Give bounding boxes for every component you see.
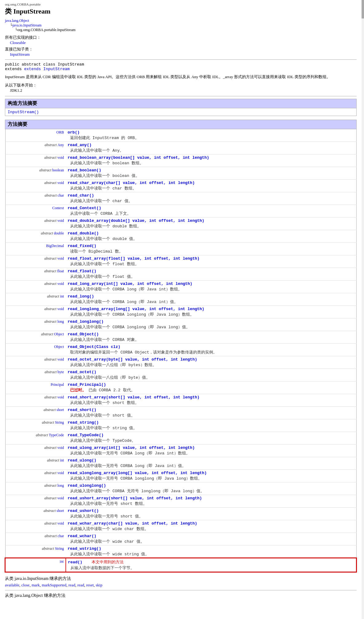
return-keyword: abstract: [44, 269, 57, 273]
extends-link[interactable]: extends InputStream: [24, 67, 69, 71]
method-description: 从此输入流中读取一个 CORBA long（即 Java int）值。: [70, 299, 354, 305]
method-link[interactable]: read_double(): [68, 231, 99, 236]
return-type-text: void: [57, 282, 64, 286]
subclasses-label: 直接已知子类： InputStream: [5, 46, 357, 57]
return-type-text: void: [57, 181, 64, 185]
return-type-link[interactable]: Context: [52, 206, 64, 210]
method-link[interactable]: read_float(): [68, 269, 97, 274]
method-cell: orb()返回创建此 InputStream 的 ORB。: [66, 129, 356, 142]
method-link[interactable]: read_octet_array(byte[] value, int offse…: [68, 357, 197, 362]
method-link[interactable]: read_TypeCode(): [68, 433, 104, 437]
return-type-link[interactable]: BigDecimal: [46, 244, 64, 248]
return-type-cell: abstract void: [5, 469, 66, 482]
method-cell: read_ulonglong()从此输入流中读取一个 CORBA 无符号 lon…: [66, 482, 356, 495]
method-cell: read_long_array(int[] value, int offset,…: [66, 280, 356, 293]
read2-link[interactable]: read: [77, 583, 84, 587]
method-link[interactable]: read_short(): [68, 408, 97, 412]
return-keyword: abstract: [42, 420, 55, 425]
return-type-cell: abstract long: [5, 318, 66, 331]
method-link[interactable]: read_double_array(double[] value, int of…: [68, 218, 204, 223]
return-type-text: long: [57, 483, 64, 488]
method-cell: read_wchar()从此输入流中读取一个 wide char 值。: [66, 533, 356, 545]
subclass-link[interactable]: InputStream: [10, 52, 30, 57]
return-keyword: abstract: [44, 218, 57, 223]
table-row: abstract voidread_float_array(float[] va…: [5, 255, 356, 268]
return-type-link[interactable]: ORB: [56, 130, 64, 134]
method-link[interactable]: read_string(): [68, 420, 99, 425]
return-keyword: abstract: [45, 143, 57, 147]
method-description: 从此输入流中读取一个 TypeCode。: [70, 438, 354, 443]
method-link[interactable]: read_longlong(): [68, 319, 104, 324]
return-type-text: byte: [57, 370, 64, 374]
method-link[interactable]: read_char_array(char[] value, int offset…: [68, 181, 195, 185]
inherited-object-section: 从类 java.lang.Object 继承的方法: [5, 593, 357, 598]
method-cell: read_octet()从此输入流中读取一八位组（即 byte）值。: [66, 369, 356, 381]
method-link[interactable]: read_octet(): [68, 370, 97, 374]
return-type-cell: abstract void: [5, 356, 66, 369]
method-cell: read_char_array(char[] value, int offset…: [66, 179, 356, 192]
return-type-link[interactable]: Principal: [51, 382, 64, 387]
method-description: 从流中读取一个 CORBA 上下文。: [70, 211, 354, 216]
hierarchy-root-link[interactable]: java.lang.Object: [5, 18, 29, 23]
class-signature: public abstract class InputStream extend…: [5, 62, 357, 71]
method-link[interactable]: read_ulong_array(int[] value, int offset…: [68, 445, 195, 450]
method-link[interactable]: read_ulonglong(): [68, 483, 106, 488]
return-type-cell: abstract Any: [5, 142, 66, 154]
method-link[interactable]: read_longlong_array(long[] value, int of…: [68, 307, 204, 311]
method-link[interactable]: read(): [68, 560, 82, 565]
reset-link[interactable]: reset: [86, 583, 94, 587]
method-link[interactable]: read_fixed(): [68, 244, 97, 248]
method-cell: read_ulong_array(int[] value, int offset…: [66, 444, 356, 457]
method-link[interactable]: read_Principal(): [68, 382, 106, 387]
method-link[interactable]: read_Object(Class clz): [68, 345, 121, 349]
marksupported-link[interactable]: markSupported: [42, 583, 66, 587]
since-section: 从以下版本开始： JDK1.2: [5, 82, 357, 93]
inherited-inputstream-methods: available, close, mark, markSupported, r…: [5, 583, 357, 588]
return-keyword: abstract: [44, 445, 57, 450]
method-link[interactable]: read_boolean(): [68, 168, 101, 173]
method-link[interactable]: read_wstring(): [68, 546, 101, 551]
interface-link[interactable]: Closeable: [10, 40, 26, 45]
table-row: abstract voidread_ulonglong_array(long[]…: [5, 469, 356, 482]
method-link[interactable]: read_boolean_array(boolean[] value, int …: [68, 155, 209, 160]
method-description: 从此输入流中读取一个 CORBA long（即 Java int）数组。: [70, 286, 354, 292]
hierarchy-level1-link[interactable]: java.io.InputStream: [13, 23, 42, 27]
method-description: 从此输入流中读取一个 Any。: [70, 148, 354, 153]
method-link[interactable]: read_ulonglong_array(long[] value, int o…: [68, 471, 207, 475]
return-type-cell: abstract TypeCode: [5, 432, 66, 444]
method-link[interactable]: read_float_array(float[] value, int offs…: [68, 256, 200, 261]
method-link[interactable]: read_ushort(): [68, 509, 99, 513]
method-link[interactable]: read_char(): [68, 193, 94, 198]
method-link[interactable]: read_Context(): [68, 206, 101, 210]
method-link[interactable]: read_Object(): [68, 332, 99, 337]
method-description: 从此输入流中读取一无符号 CORBA longlong（即 Java long）…: [70, 476, 354, 481]
skip-link[interactable]: skip: [96, 583, 102, 587]
read-link[interactable]: read: [69, 583, 75, 587]
method-link[interactable]: orb(): [68, 130, 80, 135]
constructor-link[interactable]: InputStream(): [8, 110, 39, 114]
method-link[interactable]: read_wchar_array(char[] value, int offse…: [68, 521, 197, 526]
return-type-link[interactable]: Object: [54, 345, 64, 349]
method-link[interactable]: read_ulong(): [68, 458, 97, 463]
return-type-cell: abstract boolean: [5, 167, 66, 179]
table-row: abstract voidread_short_array(short[] va…: [5, 394, 356, 406]
return-keyword: abstract: [44, 395, 57, 399]
close-link[interactable]: close: [21, 583, 30, 587]
return-type-text: String: [55, 420, 64, 425]
table-row: abstract doubleread_double()从此输入流中读取一个 d…: [5, 230, 356, 242]
method-link[interactable]: read_long(): [68, 294, 94, 299]
mark-link[interactable]: mark: [32, 583, 40, 587]
return-keyword: abstract: [41, 332, 54, 336]
method-description: 从此输入流中读取一个 char 数组。: [70, 186, 354, 191]
method-cell: read_float_array(float[] value, int offs…: [66, 255, 356, 268]
return-type-text: void: [57, 445, 64, 450]
return-type-cell: BigDecimal: [5, 242, 66, 255]
method-link[interactable]: read_long_array(int[] value, int offset,…: [68, 282, 192, 286]
return-keyword: abstract: [44, 521, 57, 525]
return-keyword: abstract: [45, 534, 57, 538]
method-link[interactable]: read_ushort_array(short[] value, int off…: [68, 496, 202, 501]
method-link[interactable]: read_short_array(short[] value, int offs…: [68, 395, 200, 400]
method-link[interactable]: read_wchar(): [68, 534, 97, 538]
method-link[interactable]: read_any(): [68, 143, 92, 147]
available-link[interactable]: available: [5, 583, 19, 587]
